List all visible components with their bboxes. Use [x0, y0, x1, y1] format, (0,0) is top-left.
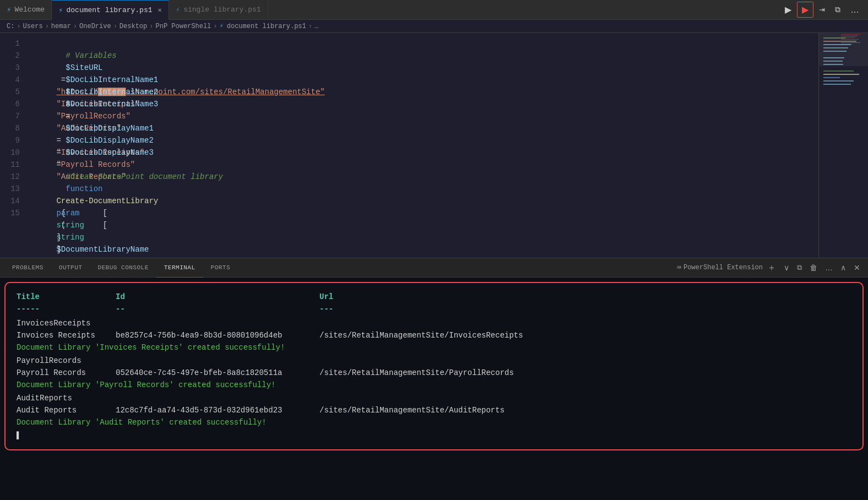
sep-title: ----- [17, 303, 116, 315]
minimap-content [819, 33, 868, 258]
svg-rect-12 [823, 80, 854, 81]
more-terminal-button[interactable]: … [822, 261, 836, 274]
code-line-3: $DocLibInternalName1 = "InvoicesReceipts… [29, 62, 818, 74]
collapse-button[interactable]: ∧ [837, 261, 849, 274]
svg-rect-0 [819, 33, 868, 258]
code-line-1: # Variables [29, 37, 818, 50]
close-panel-button[interactable]: ✕ [850, 261, 864, 274]
split-editor-button[interactable]: ⧉ [831, 3, 845, 17]
breadcrumb-file: document library.ps1 [227, 23, 306, 30]
tab-document-library[interactable]: ⚡ document library.ps1 ✕ [52, 0, 169, 20]
svg-rect-13 [823, 84, 851, 85]
sep5: › [149, 23, 153, 30]
svg-rect-9 [823, 70, 854, 72]
sep1: › [17, 23, 20, 30]
library-name-1: InvoicesReceipts [17, 317, 851, 329]
terminal-area[interactable]: Title Id Url ----- -- --- InvoicesReceip… [4, 282, 864, 450]
library-name-3: AuditReports [17, 392, 851, 404]
library-name-2: PayrollRecords [17, 355, 851, 367]
tab-debug-console[interactable]: DEBUG CONSOLE [90, 258, 156, 278]
data-url-3: /sites/RetailManagementSite/AuditReports [319, 404, 504, 416]
terminal-dropdown-button[interactable]: ∨ [780, 261, 793, 274]
more-actions-button[interactable]: … [846, 3, 864, 17]
breadcrumb-desktop: Desktop [120, 23, 147, 30]
terminal-separator-row: ----- -- --- [17, 303, 851, 315]
ps-icon: ⚡ [58, 6, 63, 15]
tab-ports[interactable]: PORTS [203, 258, 238, 278]
code-line-11: #Creat SharePoint document library [29, 159, 818, 171]
minimap [818, 33, 868, 258]
vscode-icon: ⚡ [7, 5, 11, 14]
col-title-header: Title [17, 291, 116, 303]
editor-area: 1 2 3 4 5 6 7 8 9 10 11 12 13 14 15 # Va… [0, 33, 868, 258]
svg-rect-11 [823, 77, 840, 78]
tab-terminal[interactable]: TERMINAL [156, 258, 203, 278]
split-terminal-button[interactable]: ⧉ [794, 261, 805, 274]
close-tab-icon[interactable]: ✕ [158, 6, 162, 14]
data-id-3: 12c8c7fd-aa74-43d5-873d-032d961ebd23 [116, 404, 319, 416]
tab-single-library[interactable]: ⚡ single library.ps1 [169, 0, 268, 20]
data-url-1: /sites/RetailManagementSite/InvoicesRece… [319, 329, 523, 341]
library-data-2: Payroll Records 052640ce-7c45-497e-bfeb-… [17, 367, 851, 379]
terminal-wrapper: Title Id Url ----- -- --- InvoicesReceip… [0, 278, 868, 500]
code-line-13: param ( [29, 183, 818, 195]
run-button[interactable]: ▶ [780, 2, 796, 17]
col-url-header: Url [319, 291, 333, 303]
breadcrumb-users: Users [23, 23, 43, 30]
delete-terminal-button[interactable]: 🗑 [806, 261, 821, 274]
terminal-icon: ⌨ [677, 263, 681, 272]
panel-tabs: PROBLEMS OUTPUT DEBUG CONSOLE TERMINAL P… [0, 258, 868, 278]
code-line-15: [ string ] $LibraryDisplayName , [29, 207, 818, 219]
line-num-10: 10 [0, 146, 20, 159]
svg-rect-19 [841, 41, 856, 41]
step-over-button[interactable]: ⇥ [815, 3, 829, 16]
run-highlighted-button[interactable]: ▶ [797, 2, 813, 18]
svg-rect-18 [841, 39, 859, 40]
svg-rect-20 [841, 42, 860, 43]
tab-single-library-label: single library.ps1 [183, 6, 261, 14]
sep2: › [45, 23, 49, 30]
breadcrumb-ps-icon: ⚡ [220, 22, 224, 30]
data-title-3: Audit Reports [17, 404, 116, 416]
breadcrumb-pnp: PnP PowerShell [155, 23, 211, 30]
tab-problems[interactable]: PROBLEMS [4, 258, 51, 278]
line-num-3: 3 [0, 62, 20, 74]
line-num-14: 14 [0, 195, 20, 207]
line-num-15: 15 [0, 207, 20, 219]
breadcrumb-onedrive: OneDrive [79, 23, 111, 30]
data-id-1: be8257c4-756b-4ea9-8b3d-80801096d4eb [116, 329, 319, 341]
svg-rect-17 [841, 37, 855, 38]
title-bar-actions: ▶ ▶ ⇥ ⧉ … [780, 2, 868, 18]
breadcrumb-hemar: hemar [51, 23, 71, 30]
sep4: › [113, 23, 117, 30]
code-editor[interactable]: # Variables $SiteURL = "https://██████.s… [29, 33, 818, 258]
data-title-2: Payroll Records [17, 367, 116, 379]
line-num-8: 8 [0, 122, 20, 134]
tab-output[interactable]: OUTPUT [51, 258, 90, 278]
line-num-1: 1 [0, 37, 20, 50]
data-title-1: Invoices Receipts [17, 329, 116, 341]
data-url-2: /sites/RetailManagementSite/PayrollRecor… [319, 367, 514, 379]
line-num-12: 12 [0, 171, 20, 183]
tab-welcome[interactable]: ⚡ Welcome [0, 0, 52, 20]
col-id-header: Id [116, 291, 319, 303]
add-terminal-button[interactable]: ＋ [764, 260, 779, 276]
tab-document-library-label: document library.ps1 [66, 6, 152, 14]
line-num-2: 2 [0, 50, 20, 62]
ps-icon2: ⚡ [176, 5, 180, 14]
svg-rect-10 [823, 74, 859, 75]
breadcrumb: C: › Users › hemar › OneDrive › Desktop … [0, 20, 868, 33]
line-num-9: 9 [0, 134, 20, 146]
tab-bar: ⚡ Welcome ⚡ document library.ps1 ✕ ⚡ sin… [0, 0, 868, 20]
success-msg-1: Document Library 'Invoices Receipts' cre… [17, 341, 851, 354]
library-data-3: Audit Reports 12c8c7fd-aa74-43d5-873d-03… [17, 404, 851, 416]
svg-rect-21 [841, 44, 852, 45]
breadcrumb-c: C: [7, 23, 14, 30]
code-line-7: $DocLibDisplayName1 = "Invoices Receipts… [29, 110, 818, 122]
breadcrumb-ellipsis: … [314, 23, 318, 30]
line-num-13: 13 [0, 183, 20, 195]
sep7: › [308, 23, 312, 30]
success-msg-2: Document Library 'Payroll Records' creat… [17, 379, 851, 391]
library-data-1: Invoices Receipts be8257c4-756b-4ea9-8b3… [17, 329, 851, 341]
svg-rect-16 [841, 36, 858, 36]
